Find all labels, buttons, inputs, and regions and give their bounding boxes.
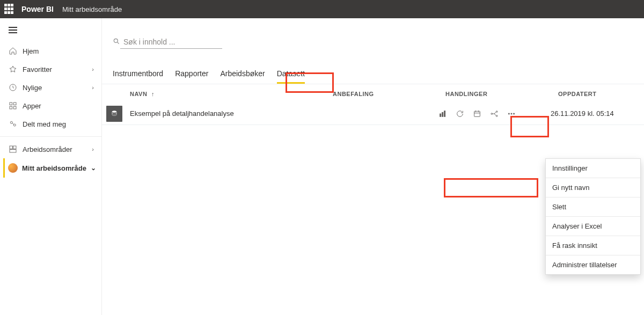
search-row <box>108 35 644 49</box>
svg-point-18 <box>496 115 497 116</box>
active-stripe <box>3 158 5 178</box>
current-workspace[interactable]: Mitt arbeidsområde ⌄ <box>0 158 101 178</box>
more-options-icon[interactable] <box>507 109 516 119</box>
sort-asc-icon: ↑ <box>151 91 155 97</box>
svg-rect-15 <box>474 111 480 116</box>
app-shell: Hjem Favoritter › Nylige › Apper Delt me… <box>0 18 644 315</box>
tab-datasets[interactable]: Datasett <box>277 69 305 84</box>
nav-label: Delt med meg <box>23 120 94 128</box>
workspace-avatar-icon <box>8 163 18 173</box>
search-input[interactable] <box>120 35 222 49</box>
nav-shared[interactable]: Delt med meg <box>0 115 101 133</box>
nav-label: Favoritter <box>23 65 92 74</box>
search-icon <box>113 38 120 47</box>
top-bar: Power BI Mitt arbeidsområde <box>0 0 644 18</box>
svg-rect-13 <box>442 112 443 116</box>
chevron-right-icon: › <box>92 146 94 152</box>
nav-apps[interactable]: Apper <box>0 97 101 115</box>
refresh-icon[interactable] <box>455 109 465 119</box>
home-icon <box>9 47 17 55</box>
nav-recent[interactable]: Nylige › <box>0 78 101 97</box>
star-icon <box>9 65 17 74</box>
svg-rect-4 <box>13 106 16 109</box>
header-workspace-title: Mitt arbeidsområde <box>62 5 122 13</box>
row-name: Eksempel på detaljhandelanalyse <box>130 109 325 118</box>
svg-point-5 <box>10 121 12 123</box>
nav-label: Arbeidsområder <box>23 145 92 153</box>
context-menu: Innstillinger Gi nytt navn Slett Analyse… <box>545 158 641 275</box>
svg-rect-1 <box>10 102 12 105</box>
ctx-quickinsight[interactable]: Få rask innsikt <box>546 236 640 255</box>
nav-label: Nylige <box>23 84 92 92</box>
main-content: Instrumentbord Rapporter Arbeidsbøker Da… <box>102 18 644 315</box>
svg-rect-12 <box>440 114 441 116</box>
svg-rect-8 <box>13 146 16 149</box>
col-reco: ANBEFALING <box>333 91 445 97</box>
col-actions: HANDLINGER <box>445 91 558 97</box>
current-workspace-label: Mitt arbeidsområde <box>22 164 86 172</box>
svg-point-10 <box>114 39 118 42</box>
apps-icon <box>9 101 17 110</box>
svg-point-11 <box>112 111 116 113</box>
brand-label: Power BI <box>21 5 54 13</box>
svg-point-17 <box>496 111 497 112</box>
row-actions <box>438 109 551 119</box>
svg-rect-2 <box>13 102 16 105</box>
sidebar-toggle[interactable] <box>0 18 101 42</box>
nav-workspaces[interactable]: Arbeidsområder › <box>0 140 101 158</box>
nav-favorites[interactable]: Favoritter › <box>0 60 101 78</box>
lineage-icon[interactable] <box>489 109 499 119</box>
tab-workbooks[interactable]: Arbeidsbøker <box>220 69 265 84</box>
list-header: NAVN ↑ ANBEFALING HANDLINGER OPPDATERT <box>102 84 644 102</box>
ctx-analyze[interactable]: Analyser i Excel <box>546 217 640 236</box>
tabs: Instrumentbord Rapporter Arbeidsbøker Da… <box>102 60 644 84</box>
sidebar-separator <box>0 136 101 137</box>
svg-point-19 <box>508 113 509 114</box>
workspaces-icon <box>9 145 17 153</box>
col-name[interactable]: NAVN ↑ <box>130 91 333 97</box>
ctx-settings[interactable]: Innstillinger <box>546 159 640 178</box>
chevron-right-icon: › <box>92 66 94 72</box>
sidebar: Hjem Favoritter › Nylige › Apper Delt me… <box>0 18 102 315</box>
schedule-refresh-icon[interactable] <box>472 109 482 119</box>
svg-rect-3 <box>10 106 12 109</box>
ctx-permissions[interactable]: Administrer tillatelser <box>546 255 640 274</box>
col-updated: OPPDATERT <box>558 91 644 97</box>
create-report-icon[interactable] <box>438 109 448 119</box>
tab-reports[interactable]: Rapporter <box>175 69 208 84</box>
svg-rect-14 <box>444 111 445 116</box>
svg-point-21 <box>514 113 515 114</box>
ctx-rename[interactable]: Gi nytt navn <box>546 178 640 197</box>
svg-point-6 <box>13 124 16 126</box>
nav-label: Apper <box>23 102 94 110</box>
dataset-row[interactable]: Eksempel på detaljhandelanalyse 26.11.20… <box>102 102 644 125</box>
tab-dashboards[interactable]: Instrumentbord <box>113 69 163 84</box>
app-launcher-icon[interactable] <box>4 4 15 14</box>
hamburger-icon <box>9 27 17 33</box>
clock-icon <box>9 83 17 92</box>
svg-rect-9 <box>10 150 16 152</box>
svg-point-16 <box>491 113 493 114</box>
svg-rect-7 <box>10 146 12 149</box>
chevron-right-icon: › <box>92 84 94 91</box>
nav-home[interactable]: Hjem <box>0 42 101 60</box>
col-name-label: NAVN <box>130 91 147 97</box>
row-updated: 26.11.2019 kl. 05:14 <box>551 109 636 118</box>
ctx-delete[interactable]: Slett <box>546 197 640 217</box>
svg-point-20 <box>511 113 512 114</box>
dataset-icon <box>106 106 122 122</box>
nav-label: Hjem <box>23 47 94 55</box>
chevron-down-icon: ⌄ <box>91 164 96 172</box>
share-icon <box>9 120 17 128</box>
